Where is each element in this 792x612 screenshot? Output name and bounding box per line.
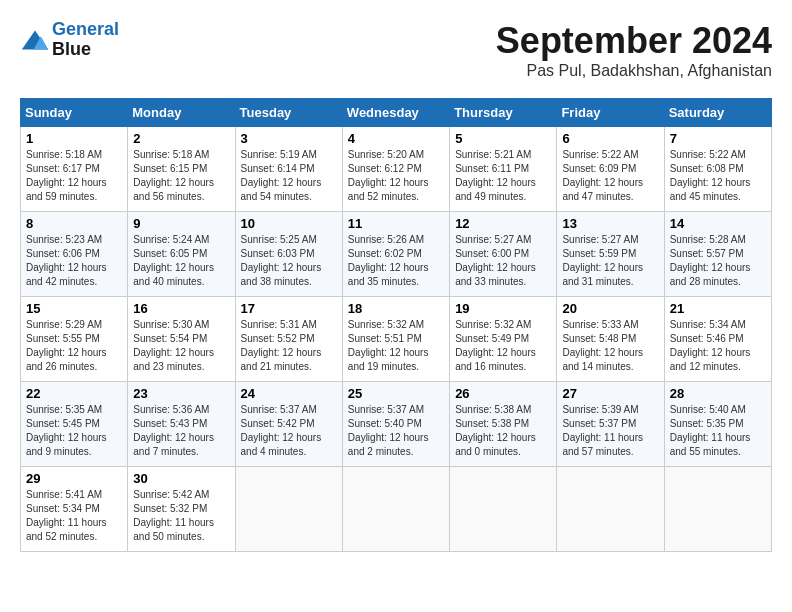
calendar-cell: 13 Sunrise: 5:27 AM Sunset: 5:59 PM Dayl… (557, 212, 664, 297)
sunrise-text: Sunrise: 5:28 AM (670, 233, 766, 247)
daylight-text: Daylight: 12 hours and 23 minutes. (133, 346, 229, 374)
sunrise-text: Sunrise: 5:27 AM (455, 233, 551, 247)
day-content: Sunrise: 5:32 AM Sunset: 5:51 PM Dayligh… (348, 318, 444, 374)
day-content: Sunrise: 5:22 AM Sunset: 6:08 PM Dayligh… (670, 148, 766, 204)
day-number: 7 (670, 131, 766, 146)
sunset-text: Sunset: 6:08 PM (670, 162, 766, 176)
sunset-text: Sunset: 6:09 PM (562, 162, 658, 176)
day-content: Sunrise: 5:35 AM Sunset: 5:45 PM Dayligh… (26, 403, 122, 459)
sunrise-text: Sunrise: 5:38 AM (455, 403, 551, 417)
sunrise-text: Sunrise: 5:29 AM (26, 318, 122, 332)
sunset-text: Sunset: 6:00 PM (455, 247, 551, 261)
day-number: 5 (455, 131, 551, 146)
sunset-text: Sunset: 5:43 PM (133, 417, 229, 431)
day-content: Sunrise: 5:38 AM Sunset: 5:38 PM Dayligh… (455, 403, 551, 459)
day-content: Sunrise: 5:31 AM Sunset: 5:52 PM Dayligh… (241, 318, 337, 374)
daylight-text: Daylight: 12 hours and 56 minutes. (133, 176, 229, 204)
daylight-text: Daylight: 12 hours and 31 minutes. (562, 261, 658, 289)
calendar-cell: 24 Sunrise: 5:37 AM Sunset: 5:42 PM Dayl… (235, 382, 342, 467)
daylight-text: Daylight: 12 hours and 2 minutes. (348, 431, 444, 459)
day-header-friday: Friday (557, 99, 664, 127)
calendar-cell: 18 Sunrise: 5:32 AM Sunset: 5:51 PM Dayl… (342, 297, 449, 382)
day-content: Sunrise: 5:19 AM Sunset: 6:14 PM Dayligh… (241, 148, 337, 204)
day-number: 8 (26, 216, 122, 231)
day-number: 24 (241, 386, 337, 401)
day-content: Sunrise: 5:34 AM Sunset: 5:46 PM Dayligh… (670, 318, 766, 374)
day-content: Sunrise: 5:32 AM Sunset: 5:49 PM Dayligh… (455, 318, 551, 374)
sunset-text: Sunset: 5:34 PM (26, 502, 122, 516)
day-content: Sunrise: 5:22 AM Sunset: 6:09 PM Dayligh… (562, 148, 658, 204)
daylight-text: Daylight: 12 hours and 7 minutes. (133, 431, 229, 459)
logo-text: General Blue (52, 20, 119, 60)
daylight-text: Daylight: 12 hours and 40 minutes. (133, 261, 229, 289)
daylight-text: Daylight: 12 hours and 0 minutes. (455, 431, 551, 459)
daylight-text: Daylight: 12 hours and 28 minutes. (670, 261, 766, 289)
day-number: 23 (133, 386, 229, 401)
sunrise-text: Sunrise: 5:32 AM (455, 318, 551, 332)
calendar-cell: 22 Sunrise: 5:35 AM Sunset: 5:45 PM Dayl… (21, 382, 128, 467)
day-number: 30 (133, 471, 229, 486)
daylight-text: Daylight: 12 hours and 49 minutes. (455, 176, 551, 204)
calendar-cell: 21 Sunrise: 5:34 AM Sunset: 5:46 PM Dayl… (664, 297, 771, 382)
day-header-sunday: Sunday (21, 99, 128, 127)
sunrise-text: Sunrise: 5:18 AM (133, 148, 229, 162)
calendar-cell: 11 Sunrise: 5:26 AM Sunset: 6:02 PM Dayl… (342, 212, 449, 297)
calendar-cell: 15 Sunrise: 5:29 AM Sunset: 5:55 PM Dayl… (21, 297, 128, 382)
day-header-saturday: Saturday (664, 99, 771, 127)
day-number: 4 (348, 131, 444, 146)
sunrise-text: Sunrise: 5:18 AM (26, 148, 122, 162)
calendar-cell: 6 Sunrise: 5:22 AM Sunset: 6:09 PM Dayli… (557, 127, 664, 212)
day-number: 25 (348, 386, 444, 401)
day-number: 14 (670, 216, 766, 231)
day-content: Sunrise: 5:37 AM Sunset: 5:42 PM Dayligh… (241, 403, 337, 459)
calendar-cell: 30 Sunrise: 5:42 AM Sunset: 5:32 PM Dayl… (128, 467, 235, 552)
sunset-text: Sunset: 5:49 PM (455, 332, 551, 346)
sunset-text: Sunset: 6:03 PM (241, 247, 337, 261)
day-number: 19 (455, 301, 551, 316)
daylight-text: Daylight: 11 hours and 50 minutes. (133, 516, 229, 544)
day-content: Sunrise: 5:27 AM Sunset: 5:59 PM Dayligh… (562, 233, 658, 289)
sunset-text: Sunset: 5:52 PM (241, 332, 337, 346)
sunrise-text: Sunrise: 5:32 AM (348, 318, 444, 332)
sunrise-text: Sunrise: 5:21 AM (455, 148, 551, 162)
day-header-wednesday: Wednesday (342, 99, 449, 127)
sunrise-text: Sunrise: 5:41 AM (26, 488, 122, 502)
calendar-cell: 10 Sunrise: 5:25 AM Sunset: 6:03 PM Dayl… (235, 212, 342, 297)
calendar-cell: 28 Sunrise: 5:40 AM Sunset: 5:35 PM Dayl… (664, 382, 771, 467)
calendar-cell (235, 467, 342, 552)
sunset-text: Sunset: 5:35 PM (670, 417, 766, 431)
day-number: 9 (133, 216, 229, 231)
daylight-text: Daylight: 12 hours and 26 minutes. (26, 346, 122, 374)
logo: General Blue (20, 20, 119, 60)
daylight-text: Daylight: 12 hours and 38 minutes. (241, 261, 337, 289)
sunrise-text: Sunrise: 5:24 AM (133, 233, 229, 247)
calendar-cell: 29 Sunrise: 5:41 AM Sunset: 5:34 PM Dayl… (21, 467, 128, 552)
daylight-text: Daylight: 12 hours and 19 minutes. (348, 346, 444, 374)
sunrise-text: Sunrise: 5:23 AM (26, 233, 122, 247)
logo-icon (20, 29, 50, 51)
day-number: 17 (241, 301, 337, 316)
day-number: 11 (348, 216, 444, 231)
sunrise-text: Sunrise: 5:22 AM (670, 148, 766, 162)
daylight-text: Daylight: 12 hours and 33 minutes. (455, 261, 551, 289)
sunset-text: Sunset: 5:59 PM (562, 247, 658, 261)
day-content: Sunrise: 5:21 AM Sunset: 6:11 PM Dayligh… (455, 148, 551, 204)
daylight-text: Daylight: 12 hours and 47 minutes. (562, 176, 658, 204)
daylight-text: Daylight: 11 hours and 52 minutes. (26, 516, 122, 544)
calendar-cell: 14 Sunrise: 5:28 AM Sunset: 5:57 PM Dayl… (664, 212, 771, 297)
sunrise-text: Sunrise: 5:22 AM (562, 148, 658, 162)
sunset-text: Sunset: 6:17 PM (26, 162, 122, 176)
sunset-text: Sunset: 5:38 PM (455, 417, 551, 431)
daylight-text: Daylight: 12 hours and 35 minutes. (348, 261, 444, 289)
daylight-text: Daylight: 11 hours and 55 minutes. (670, 431, 766, 459)
calendar-cell: 9 Sunrise: 5:24 AM Sunset: 6:05 PM Dayli… (128, 212, 235, 297)
sunset-text: Sunset: 5:45 PM (26, 417, 122, 431)
sunrise-text: Sunrise: 5:37 AM (241, 403, 337, 417)
sunrise-text: Sunrise: 5:27 AM (562, 233, 658, 247)
sunset-text: Sunset: 6:12 PM (348, 162, 444, 176)
day-number: 26 (455, 386, 551, 401)
sunset-text: Sunset: 5:48 PM (562, 332, 658, 346)
sunrise-text: Sunrise: 5:36 AM (133, 403, 229, 417)
daylight-text: Daylight: 12 hours and 4 minutes. (241, 431, 337, 459)
sunrise-text: Sunrise: 5:19 AM (241, 148, 337, 162)
